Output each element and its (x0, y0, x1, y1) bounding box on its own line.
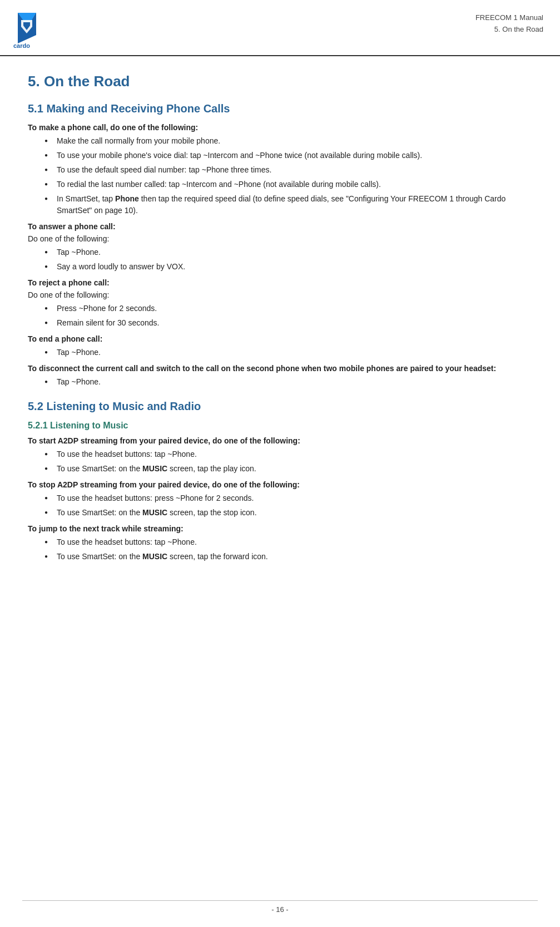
disconnect-list: Tap ~Phone. (44, 376, 532, 388)
chapter-title: 5. On the Road (28, 73, 532, 90)
list-item: To use SmartSet: on the MUSIC screen, ta… (44, 551, 532, 563)
list-item: To use your mobile phone's voice dial: t… (44, 150, 532, 161)
list-item: To use the headset buttons: press ~Phone… (44, 492, 532, 504)
page-footer: - 16 - (22, 900, 538, 914)
reject-intro: Do one of the following: (28, 290, 532, 299)
list-item: In SmartSet, tap Phone then tap the requ… (44, 193, 532, 216)
stop-streaming-heading: To stop A2DP streaming from your paired … (28, 480, 532, 489)
answer-heading: To answer a phone call: (28, 222, 532, 231)
end-heading: To end a phone call: (28, 334, 532, 343)
section-52-title: 5.2 Listening to Music and Radio (28, 400, 532, 413)
start-streaming-list: To use the headset buttons: tap ~Phone. … (44, 448, 532, 475)
jump-track-list: To use the headset buttons: tap ~Phone. … (44, 536, 532, 563)
list-item: To redial the last number called: tap ~I… (44, 179, 532, 190)
main-content: 5. On the Road 5.1 Making and Receiving … (0, 56, 560, 600)
manual-title: FREECOM 1 Manual (72, 12, 543, 24)
list-item: Tap ~Phone. (44, 246, 532, 258)
make-call-heading: To make a phone call, do one of the foll… (28, 123, 532, 132)
list-item: Tap ~Phone. (44, 347, 532, 358)
list-item: To use the default speed dial number: ta… (44, 164, 532, 176)
answer-intro: Do one of the following: (28, 234, 532, 243)
start-streaming-heading: To start A2DP streaming from your paired… (28, 436, 532, 445)
list-item: To use the headset buttons: tap ~Phone. (44, 536, 532, 548)
header-title: FREECOM 1 Manual 5. On the Road (72, 10, 543, 36)
reject-heading: To reject a phone call: (28, 278, 532, 287)
list-item: Say a word loudly to answer by VOX. (44, 261, 532, 273)
stop-streaming-list: To use the headset buttons: press ~Phone… (44, 492, 532, 519)
page-number: - 16 - (271, 905, 288, 914)
list-item: Tap ~Phone. (44, 376, 532, 388)
section-51-title: 5.1 Making and Receiving Phone Calls (28, 102, 532, 115)
disconnect-heading: To disconnect the current call and switc… (28, 364, 532, 373)
answer-list: Tap ~Phone. Say a word loudly to answer … (44, 246, 532, 273)
make-call-list: Make the call normally from your mobile … (44, 135, 532, 216)
end-list: Tap ~Phone. (44, 347, 532, 358)
list-item: To use the headset buttons: tap ~Phone. (44, 448, 532, 460)
jump-track-heading: To jump to the next track while streamin… (28, 524, 532, 533)
logo: cardo communication in motion (11, 10, 72, 51)
svg-text:cardo: cardo (13, 42, 30, 49)
reject-list: Press ~Phone for 2 seconds. Remain silen… (44, 303, 532, 329)
cardo-logo: cardo communication in motion (11, 10, 72, 49)
list-item: Make the call normally from your mobile … (44, 135, 532, 147)
list-item: To use SmartSet: on the MUSIC screen, ta… (44, 463, 532, 475)
page-header: cardo communication in motion FREECOM 1 … (0, 0, 560, 56)
list-item: Press ~Phone for 2 seconds. (44, 303, 532, 314)
section-521-title: 5.2.1 Listening to Music (28, 421, 532, 431)
chapter-ref: 5. On the Road (72, 24, 543, 36)
list-item: Remain silent for 30 seconds. (44, 317, 532, 329)
chapter-title-text: On the Road (44, 73, 130, 90)
list-item: To use SmartSet: on the MUSIC screen, ta… (44, 507, 532, 519)
